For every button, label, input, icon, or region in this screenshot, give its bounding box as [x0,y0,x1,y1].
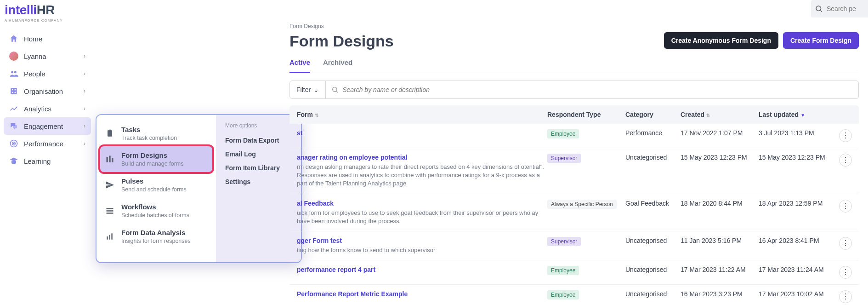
svg-rect-4 [11,88,17,94]
respondent-badge: Employee [547,266,579,275]
table-row: performance report 4 partEmployeeUncateg… [289,260,859,285]
flyout-link-form-data-export[interactable]: Form Data Export [225,133,292,147]
filter-bar: Filter ⌄ [289,81,859,99]
send-icon [105,180,115,190]
flyout-item-title: Tasks [121,126,177,134]
table-row: Performance Report Metric ExampleEmploye… [289,285,859,305]
flyout-item-desc: Schedule batches of forms [121,212,189,219]
form-link[interactable]: st [297,129,547,137]
svg-line-24 [336,91,338,92]
row-actions-button[interactable]: ⋮ [839,154,852,167]
form-link[interactable]: performance report 4 part [297,266,547,273]
respondent-badge: Supervisor [547,237,581,246]
sidebar-item-engagement[interactable]: Engagement› [4,117,91,135]
analytics-icon [9,104,18,113]
flyout-item-pulses[interactable]: PulsesSend and schedule forms [96,172,216,198]
chevron-right-icon: › [84,123,85,129]
tab-archived[interactable]: Archived [323,58,352,73]
home-icon [9,34,18,43]
respondent-badge: Employee [547,129,579,138]
chevron-right-icon: › [84,70,85,77]
col-created[interactable]: Created [681,111,704,118]
sidebar-item-people[interactable]: People› [4,65,91,82]
svg-line-1 [820,10,822,12]
updated-cell: 17 Mar 2023 10:02 AM [759,290,839,298]
updated-cell: 17 Mar 2023 11:24 AM [759,266,839,273]
global-search[interactable] [811,0,868,17]
updated-cell: 15 May 2023 12:23 PM [759,154,839,161]
create-form-design-button[interactable]: Create Form Design [783,32,859,49]
row-actions-button[interactable]: ⋮ [839,290,852,303]
tabs: Active Archived [289,58,859,73]
sidebar-item-organisation[interactable]: Organisation› [4,82,91,100]
main-content: Form Designs Form Designs Create Anonymo… [289,23,859,305]
sidebar-item-label: Home [24,35,42,43]
form-link[interactable]: gger Form test [297,237,547,244]
sort-icon: ⇅ [706,113,710,118]
col-updated[interactable]: Last updated [759,111,799,118]
created-cell: 16 Mar 2023 3:23 PM [681,290,759,298]
flyout-link-form-item-library[interactable]: Form Item Library [225,161,292,175]
svg-rect-16 [112,158,113,162]
sidebar-item-learning[interactable]: Learning [4,152,91,170]
flyout-item-tasks[interactable]: TasksTrack task completion [96,121,216,146]
row-actions-button[interactable]: ⋮ [839,266,852,279]
sidebar-item-label: Performance [24,140,63,148]
col-respondent: Respondent Type [547,111,625,118]
updated-cell: 3 Jul 2023 1:13 PM [759,129,839,137]
form-link[interactable]: al Feedback [297,200,547,207]
respondent-badge: Employee [547,290,579,299]
svg-rect-5 [12,89,13,91]
flyout-item-form-designs[interactable]: Form DesignsBuild and manage forms [100,146,212,172]
form-link[interactable]: Performance Report Metric Example [297,290,547,298]
flyout-item-form-data-analysis[interactable]: Form Data AnalysisInsights for form resp… [96,224,216,249]
created-cell: 11 Jan 2023 5:16 PM [681,237,759,244]
category-cell: Uncategorised [625,237,681,244]
svg-point-0 [816,6,821,11]
create-anonymous-button[interactable]: Create Anonymous Form Design [664,32,778,49]
tab-active[interactable]: Active [289,58,310,73]
flyout-item-title: Form Designs [121,151,184,160]
sidebar-item-home[interactable]: Home [4,30,91,47]
sidebar-item-label: Organisation [24,87,63,95]
table-row: gger Form testting how the forms know to… [289,231,859,260]
sidebar-item-label: Analytics [24,105,51,113]
sidebar-item-performance[interactable]: Performance› [4,135,91,152]
flyout-link-settings[interactable]: Settings [225,175,292,189]
flyout-item-desc: Track task completion [121,135,177,141]
sidebar-item-label: Lyanna [24,52,46,60]
flyout-link-email-log[interactable]: Email Log [225,147,292,161]
sidebar: HomeLyanna›People›Organisation›Analytics… [4,30,91,170]
svg-rect-21 [109,235,110,240]
category-cell: Performance [625,129,681,137]
flyout-item-desc: Send and schedule forms [121,186,187,193]
flyout-item-title: Pulses [121,177,187,185]
respondent-badge: Always a Specific Person [547,200,617,209]
sidebar-item-label: People [24,70,45,78]
flyout-item-workflows[interactable]: WorkflowsSchedule batches of forms [96,198,216,224]
logo[interactable]: intelliHR A HUMANFORCE COMPANY [5,4,63,23]
flyout-item-title: Workflows [121,203,189,211]
table-row: al Feedbackuick form for employees to us… [289,194,859,231]
form-link[interactable]: anager rating on employee potential [297,154,547,161]
chevron-right-icon: › [84,88,85,94]
row-actions-button[interactable]: ⋮ [839,200,852,213]
row-actions-button[interactable]: ⋮ [839,129,852,142]
sidebar-item-analytics[interactable]: Analytics› [4,100,91,117]
global-search-input[interactable] [827,5,868,12]
svg-rect-7 [12,92,13,93]
avatar-icon [9,52,18,61]
row-actions-button[interactable]: ⋮ [839,237,852,250]
svg-point-3 [14,71,17,73]
org-icon [9,86,18,96]
svg-point-11 [13,143,14,144]
table-search-input[interactable] [342,86,853,93]
engagement-flyout: TasksTrack task completionForm DesignsBu… [96,115,301,262]
table-row: stEmployeePerformance17 Nov 2022 1:07 PM… [289,124,859,148]
filter-button[interactable]: Filter ⌄ [290,81,326,98]
svg-point-23 [333,87,337,92]
sidebar-item-lyanna[interactable]: Lyanna› [4,47,91,65]
col-form[interactable]: Form [297,111,313,118]
breadcrumb: Form Designs [289,23,859,29]
flyout-more-label: More options [225,122,292,129]
